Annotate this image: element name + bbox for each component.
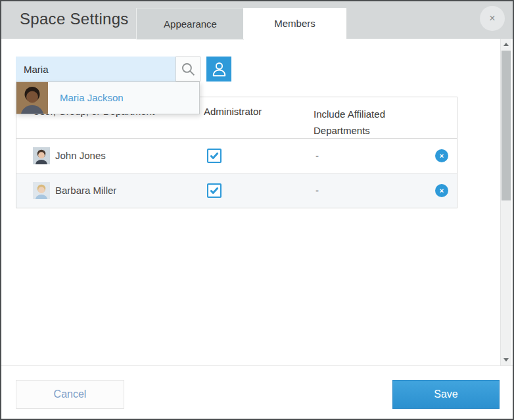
cancel-button[interactable]: Cancel xyxy=(16,380,124,409)
page-title: Space Settings xyxy=(20,10,129,28)
remove-member-button[interactable]: × xyxy=(435,149,448,162)
include-affiliated-value: - xyxy=(315,174,319,208)
vertical-scrollbar[interactable] xyxy=(500,39,511,365)
include-affiliated-value: - xyxy=(315,139,319,173)
scroll-up-button[interactable] xyxy=(501,39,511,51)
column-header-administrator: Administrator xyxy=(204,106,262,117)
add-person-button[interactable] xyxy=(206,57,231,82)
administrator-checkbox[interactable] xyxy=(207,183,222,198)
save-button[interactable]: Save xyxy=(392,380,500,409)
tab-members[interactable]: Members xyxy=(243,8,346,39)
close-button[interactable]: × xyxy=(480,6,505,31)
scroll-down-button[interactable] xyxy=(501,354,511,365)
administrator-checkbox[interactable] xyxy=(207,149,222,163)
remove-icon: × xyxy=(440,187,444,195)
scroll-up-icon xyxy=(503,43,509,46)
member-search-input[interactable] xyxy=(16,57,175,82)
suggestion-name: Maria Jackson xyxy=(60,82,124,114)
scroll-down-icon xyxy=(503,358,509,362)
suggestion-avatar xyxy=(16,82,48,114)
tab-appearance[interactable]: Appearance xyxy=(136,8,244,39)
column-header-include-affiliated: Include Affiliated Departments xyxy=(314,106,412,139)
member-name: Barbara Miller xyxy=(55,174,116,208)
footer-divider xyxy=(1,365,513,366)
search-icon xyxy=(176,61,200,78)
close-icon: × xyxy=(489,12,495,24)
remove-member-button[interactable]: × xyxy=(435,184,448,197)
checkmark-icon xyxy=(208,186,220,195)
remove-icon: × xyxy=(440,152,444,160)
search-button[interactable] xyxy=(175,57,200,82)
typeahead-suggestion[interactable]: Maria Jackson xyxy=(16,82,200,114)
dialog-header: Space Settings Appearance Members × xyxy=(1,1,513,39)
avatar xyxy=(33,147,50,164)
scrollbar-thumb[interactable] xyxy=(502,51,511,200)
checkmark-icon xyxy=(208,151,220,160)
table-row: Barbara Miller - × xyxy=(16,173,457,208)
add-person-icon xyxy=(206,60,231,78)
avatar xyxy=(33,182,50,199)
member-name: John Jones xyxy=(55,139,106,173)
space-settings-dialog: Space Settings Appearance Members × Mari… xyxy=(0,0,514,420)
member-rows: John Jones - × Barbara Miller - × xyxy=(16,139,457,208)
table-row: John Jones - × xyxy=(16,139,457,173)
